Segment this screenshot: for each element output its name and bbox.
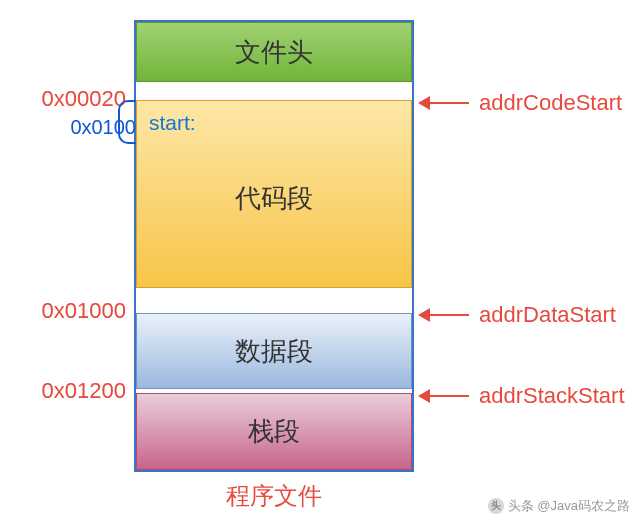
- segment-code-label: 代码段: [137, 181, 411, 216]
- arrow-line: [429, 395, 469, 397]
- addr-data-start: 0x01000: [6, 298, 126, 324]
- segment-stack: 栈段: [136, 393, 412, 470]
- arrow-line: [429, 102, 469, 104]
- addr-code-start: 0x00020: [6, 86, 126, 112]
- pointer-code: addrCodeStart: [418, 90, 622, 116]
- segment-data: 数据段: [136, 313, 412, 389]
- pointer-stack: addrStackStart: [418, 383, 625, 409]
- pointer-data: addrDataStart: [418, 302, 616, 328]
- pointer-stack-label: addrStackStart: [479, 383, 625, 409]
- segment-stack-label: 栈段: [248, 414, 300, 449]
- arrow-line: [429, 314, 469, 316]
- segment-code: start: 代码段: [136, 100, 412, 288]
- memory-layout-diagram: 文件头 start: 代码段 数据段 栈段 0x00020 0x0100 0x0…: [0, 0, 640, 521]
- code-entry-symbol: start:: [149, 111, 196, 135]
- segment-data-label: 数据段: [235, 334, 313, 369]
- watermark: 头 头条 @Java码农之路: [488, 497, 630, 515]
- toutiao-icon: 头: [488, 498, 504, 514]
- pointer-code-label: addrCodeStart: [479, 90, 622, 116]
- entry-offset-brace: [118, 100, 136, 144]
- watermark-text: 头条 @Java码农之路: [508, 497, 630, 515]
- segment-header: 文件头: [136, 22, 412, 82]
- pointer-data-label: addrDataStart: [479, 302, 616, 328]
- diagram-caption: 程序文件: [134, 480, 414, 512]
- addr-stack-start: 0x01200: [6, 378, 126, 404]
- segment-header-label: 文件头: [235, 35, 313, 70]
